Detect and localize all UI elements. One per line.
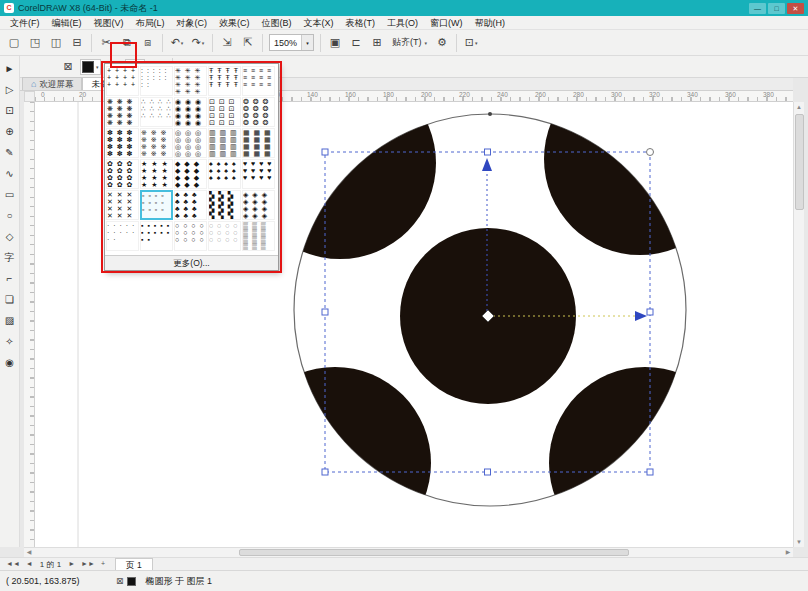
pattern-swatch-bullseye[interactable]: ◉ ◉ ◉ ◉ ◉ ◉ ◉ ◉ ◉ ◉ ◉ ◉ [174, 97, 207, 127]
copy-button[interactable]: ⧉ [117, 33, 137, 53]
open-button[interactable]: ◳ [25, 33, 45, 53]
menu-effects[interactable]: 效果(C) [213, 16, 256, 30]
pattern-swatch-line-rows[interactable]: ≡ ≡ ≡ ≡ ≡ ≡ ≡ ≡ ≡ ≡ ≡ ≡ [242, 66, 275, 96]
selection-handle-bottom-left[interactable] [322, 469, 328, 475]
horizontal-scroll-thumb[interactable] [239, 549, 629, 556]
next-page-button[interactable]: ► [66, 558, 77, 570]
ruler-origin-box[interactable] [24, 91, 35, 102]
pattern-swatch-nested-squares[interactable]: ⊡ ⊡ ⊡ ⊡ ⊡ ⊡ ⊡ ⊡ ⊡ ⊡ ⊡ ⊡ [208, 97, 241, 127]
pattern-swatch-floret[interactable]: ✽ ✽ ✽ ✽ ✽ ✽ ✽ ✽ ✽ ✽ ✽ ✽ [106, 128, 139, 158]
options-button[interactable]: ⚙ [432, 33, 452, 53]
save-button[interactable]: ◫ [46, 33, 66, 53]
pattern-swatch-grid-squares[interactable]: ▦ ▦ ▦ ▦ ▦ ▦ ▦ ▦ ▦ ▦ ▦ ▦ [242, 128, 275, 158]
tab-welcome[interactable]: ⌂欢迎屏幕 [22, 77, 82, 90]
text-tool[interactable]: 字 [2, 251, 18, 265]
artistic-media-tool[interactable]: ∿ [2, 167, 18, 181]
menu-text[interactable]: 文本(X) [298, 16, 340, 30]
connector-tool[interactable]: ⌐ [2, 272, 18, 286]
chevron-down-icon[interactable]: ▾ [301, 35, 313, 50]
menu-object[interactable]: 对象(C) [171, 16, 214, 30]
selection-handle-bottom-middle[interactable] [485, 469, 491, 475]
undo-button[interactable]: ↶▾ [167, 33, 187, 53]
color-eyedropper-tool[interactable]: ✧ [2, 335, 18, 349]
crop-tool[interactable]: ⊡ [2, 104, 18, 118]
menu-window[interactable]: 窗口(W) [424, 16, 469, 30]
menu-table[interactable]: 表格(T) [340, 16, 382, 30]
vertical-ruler[interactable] [24, 102, 35, 547]
curve-node-top[interactable] [488, 112, 492, 116]
pattern-swatch-halftone-shade[interactable]: ▒ ▒ ▒ ▒ ▒ ▒ ▒ ▒ ▒ ▒ ▒ ▒ [242, 221, 275, 251]
pattern-swatch-open-circles[interactable]: ○ ○ ○ ○ ○ ○ ○ ○ ○ ○ ○ ○ [174, 221, 207, 251]
pattern-swatch-scattered-dots[interactable]: ∴ ∴ ∴ ∴ ∴ ∴ ∴ ∴ ∴ ∴ ∴ ∴ [140, 97, 173, 127]
pattern-swatch-hearts[interactable]: ♥ ♥ ♥ ♥ ♥ ♥ ♥ ♥ ♥ ♥ ♥ ♥ [242, 159, 275, 189]
more-patterns-button[interactable]: 更多(O)... [105, 255, 278, 270]
pattern-swatch-dotted-circles[interactable]: ◌ ◌ ◌ ◌ ◌ ◌ ◌ ◌ ◌ ◌ ◌ ◌ [208, 221, 241, 251]
add-page-button[interactable]: + [99, 558, 107, 570]
selection-handle-middle-left[interactable] [322, 309, 328, 315]
scroll-left-icon[interactable]: ◀ [24, 548, 34, 557]
fill-color-dropdown[interactable]: ▾ [80, 59, 101, 75]
new-document-button[interactable]: ▢ [4, 33, 24, 53]
shape-tool[interactable]: ▷ [2, 83, 18, 97]
vertical-scrollbar[interactable]: ▲ ▼ [793, 102, 804, 547]
pattern-swatch-asterisk-grid[interactable]: ✳ ✳ ✳ ✳ ✳ ✳ ✳ ✳ ✳ ✳ ✳ ✳ [174, 66, 207, 96]
pattern-swatch-x-cross[interactable]: ✕ ✕ ✕ ✕ ✕ ✕ ✕ ✕ ✕ ✕ ✕ ✕ [106, 190, 139, 220]
zoom-level-combo[interactable]: 150%▾ [269, 34, 314, 51]
import-button[interactable]: ⇲ [217, 33, 237, 53]
rectangle-tool[interactable]: ▭ [2, 188, 18, 202]
pattern-swatch-dotted-columns[interactable]: : : : : : : : : : : : : [140, 66, 173, 96]
pattern-swatch-pinwheel[interactable]: ❋ ❋ ❋ ❋ ❋ ❋ ❋ ❋ ❋ ❋ ❋ ❋ [106, 97, 139, 127]
page-tab-1[interactable]: 页 1 [115, 558, 153, 571]
pattern-swatch-diamond-checker[interactable]: ◈ ◈ ◈ ◈ ◈ ◈ ◈ ◈ ◈ ◈ ◈ ◈ [242, 190, 275, 220]
scroll-right-icon[interactable]: ▶ [783, 548, 793, 557]
interactive-fill-tool[interactable]: ◉ [2, 356, 18, 370]
no-fill-button[interactable]: ⊠ [58, 57, 78, 77]
last-page-button[interactable]: ►► [79, 558, 97, 570]
ellipse-tool[interactable]: ○ [2, 209, 18, 223]
show-rulers-button[interactable]: ⊏ [346, 33, 366, 53]
menu-edit[interactable]: 编辑(E) [46, 16, 88, 30]
previous-page-button[interactable]: ◄ [24, 558, 35, 570]
pattern-swatch-spades[interactable]: ♠ ♠ ♠ ♠ ♠ ♠ ♠ ♠ ♠ ♠ ♠ ♠ [208, 159, 241, 189]
redo-button[interactable]: ↷▾ [188, 33, 208, 53]
export-button[interactable]: ⇱ [238, 33, 258, 53]
pattern-swatch-stripes-vertical[interactable]: ▥ ▥ ▥ ▥ ▥ ▥ ▥ ▥ ▥ ▥ ▥ ▥ [208, 128, 241, 158]
close-button[interactable]: ✕ [787, 3, 804, 14]
drop-shadow-tool[interactable]: ❏ [2, 293, 18, 307]
menu-layout[interactable]: 布局(L) [130, 16, 171, 30]
selection-handle-top-right[interactable] [647, 149, 654, 156]
vertical-scroll-thumb[interactable] [795, 114, 804, 210]
freehand-tool[interactable]: ✎ [2, 146, 18, 160]
transparency-tool[interactable]: ▨ [2, 314, 18, 328]
horizontal-scrollbar[interactable]: ◀ ▶ [24, 547, 793, 557]
selection-handle-top-middle[interactable] [485, 149, 491, 155]
pattern-swatch-diamonds[interactable]: ◆ ◆ ◆ ◆ ◆ ◆ ◆ ◆ ◆ ◆ ◆ ◆ [174, 159, 207, 189]
cut-button[interactable]: ✂ [96, 33, 116, 53]
pattern-swatch-plus-grid[interactable]: + + + + + + + + + + + + [106, 66, 139, 96]
menu-bitmaps[interactable]: 位图(B) [256, 16, 298, 30]
pattern-swatch-t-shapes[interactable]: Ŧ Ŧ Ŧ Ŧ Ŧ Ŧ Ŧ Ŧ Ŧ Ŧ Ŧ Ŧ [208, 66, 241, 96]
polygon-tool[interactable]: ◇ [2, 230, 18, 244]
menu-tools[interactable]: 工具(O) [381, 16, 424, 30]
menu-help[interactable]: 帮助(H) [469, 16, 512, 30]
minimize-button[interactable]: — [749, 3, 766, 14]
pattern-swatch-stars[interactable]: ★ ★ ★ ★ ★ ★ ★ ★ ★ ★ ★ ★ [140, 159, 173, 189]
print-button[interactable]: ⊟ [67, 33, 87, 53]
selection-handle-bottom-right[interactable] [647, 469, 653, 475]
pattern-swatch-medallion[interactable]: ❂ ❂ ❂ ❂ ❂ ❂ ❂ ❂ ❂ ❂ ❂ ❂ [242, 97, 275, 127]
selection-handle-top-left[interactable] [322, 149, 328, 155]
first-page-button[interactable]: ◄◄ [4, 558, 22, 570]
maximize-button[interactable]: □ [768, 3, 785, 14]
scroll-up-icon[interactable]: ▲ [794, 102, 804, 112]
pick-tool[interactable]: ► [2, 62, 18, 76]
show-grid-button[interactable]: ⊞ [367, 33, 387, 53]
pattern-swatch-reference-marks[interactable]: ※ ※ ※ ※ ※ ※ ※ ※ ※ ※ ※ ※ [140, 128, 173, 158]
snap-to-dropdown[interactable]: 贴齐(T)▾ [388, 36, 431, 49]
pattern-swatch-clubs[interactable]: ♣ ♣ ♣ ♣ ♣ ♣ ♣ ♣ ♣ ♣ ♣ ♣ [174, 190, 207, 220]
zoom-tool[interactable]: ⊕ [2, 125, 18, 139]
scroll-down-icon[interactable]: ▼ [794, 537, 804, 547]
paste-button[interactable]: ⧈ [138, 33, 158, 53]
pattern-swatch-open-squares[interactable]: ▫ ▫ ▫ ▫ ▫ ▫ ▫ ▫ ▫ ▫ ▫ ▫ [140, 190, 173, 220]
pattern-swatch-flowers[interactable]: ✿ ✿ ✿ ✿ ✿ ✿ ✿ ✿ ✿ ✿ ✿ ✿ [106, 159, 139, 189]
pattern-swatch-rings[interactable]: ◎ ◎ ◎ ◎ ◎ ◎ ◎ ◎ ◎ ◎ ◎ ◎ [174, 128, 207, 158]
